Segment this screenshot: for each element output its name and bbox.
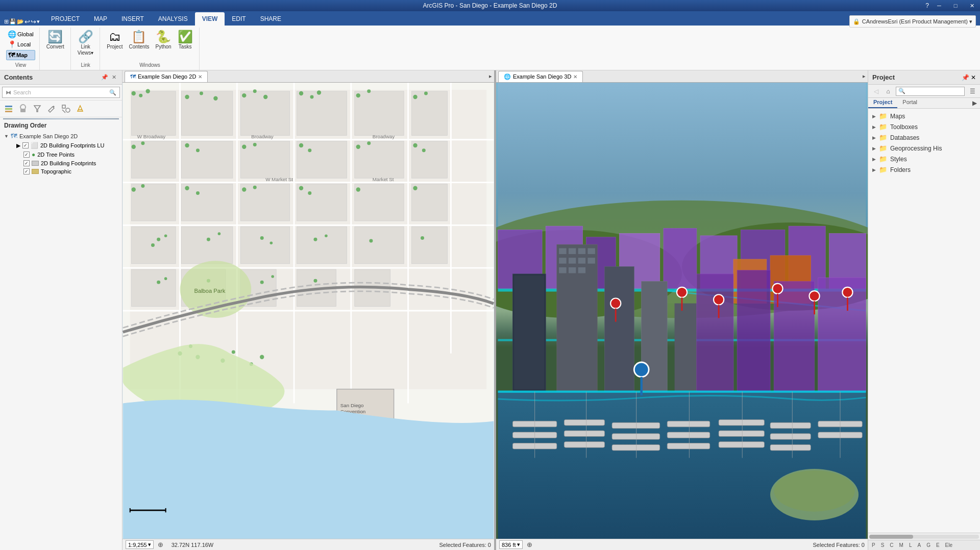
layer-checkbox-2[interactable] xyxy=(23,152,30,158)
map-tab-3d[interactable]: 🌐 Example San Diego 3D ✕ xyxy=(498,71,583,82)
contents-filter-btn[interactable] xyxy=(31,102,44,115)
project-expand-btn[interactable]: ▶ xyxy=(969,98,980,108)
scale-selector-3d[interactable]: 836 ft ▾ xyxy=(499,540,523,549)
bottom-tab-l[interactable]: L xyxy=(906,542,915,548)
tasks-button[interactable]: ✅ Tasks xyxy=(176,30,195,51)
tab-project[interactable]: PROJECT xyxy=(44,12,87,26)
contents-window-button[interactable]: 📋 Contents xyxy=(127,30,151,51)
layer-2d-footprints-lu[interactable]: ▶ ⬜ 2D Building Footprints LU xyxy=(0,141,122,150)
map-view-arrow-2d[interactable]: ▸ xyxy=(489,73,492,80)
scale-selector-2d[interactable]: 1:9,255 ▾ xyxy=(126,540,154,549)
link-views-button[interactable]: 🔗 LinkViews▾ xyxy=(76,30,96,57)
convert-button[interactable]: 🔄 Convert xyxy=(44,30,66,51)
expand-arr-toolboxes: ▶ xyxy=(872,124,876,130)
tab-view[interactable]: VIEW xyxy=(195,12,225,26)
help-button[interactable]: ? xyxy=(925,2,929,9)
svg-rect-2 xyxy=(5,111,12,112)
layer-map-root[interactable]: ▼ 🗺 Example San Diego 2D xyxy=(0,131,122,141)
search-icon[interactable]: 🔍 xyxy=(109,89,116,96)
project-item-databases[interactable]: ▶ 📁 Databases xyxy=(868,132,980,143)
contents-label-btn[interactable] xyxy=(74,102,87,115)
qat-redo[interactable]: ↪ xyxy=(31,18,36,26)
project-close-button[interactable]: ✕ xyxy=(971,74,976,81)
map-view-arrow-3d[interactable]: ▸ xyxy=(863,73,866,80)
global-button[interactable]: 🌐 Global xyxy=(6,30,35,39)
svg-point-59 xyxy=(213,96,217,101)
project-pin-button[interactable]: 📌 xyxy=(962,74,969,81)
qat-undo[interactable]: ↩ xyxy=(24,18,30,26)
project-address-bar[interactable]: 🔍 xyxy=(896,87,965,96)
map-canvas-3d[interactable] xyxy=(496,83,868,539)
project-window-button[interactable]: 🗂 Project xyxy=(105,30,125,51)
close-button[interactable]: ✕ xyxy=(964,0,980,11)
svg-rect-196 xyxy=(770,444,811,451)
tab-insert[interactable]: INSERT xyxy=(114,12,151,26)
scroll-thumb[interactable] xyxy=(869,535,913,539)
project-item-geoprocessing[interactable]: ▶ 📁 Geoprocessing His xyxy=(868,143,980,154)
layer-2d-building-footprints[interactable]: 2D Building Footprints xyxy=(0,159,122,167)
project-toolboxes-label: Toolboxes xyxy=(890,123,918,131)
contents-search-box[interactable]: ⧓ Search 🔍 xyxy=(2,87,120,98)
map-tab-2d-close[interactable]: ✕ xyxy=(198,74,202,80)
project-tab-portal[interactable]: Portal xyxy=(897,98,922,108)
qat-more[interactable]: ▾ xyxy=(37,18,40,25)
bottom-tab-g[interactable]: G xyxy=(924,542,933,548)
svg-point-58 xyxy=(200,91,203,95)
contents-close-button[interactable]: ✕ xyxy=(110,73,118,82)
bottom-tab-p[interactable]: P xyxy=(869,542,878,548)
qat-save[interactable]: 💾 xyxy=(9,18,16,25)
project-back-button[interactable]: ◁ xyxy=(870,86,881,96)
contents-symbol-btn[interactable] xyxy=(59,102,72,115)
bottom-tab-s[interactable]: S xyxy=(878,542,887,548)
contents-data-btn[interactable] xyxy=(16,102,30,115)
tab-map[interactable]: MAP xyxy=(87,12,114,26)
project-tab-project[interactable]: Project xyxy=(868,98,897,108)
locator-button-3d[interactable]: ⊕ xyxy=(527,541,532,548)
layer-checkbox-4[interactable] xyxy=(23,168,30,174)
local-button[interactable]: 📍 Local xyxy=(6,40,35,49)
minimize-button[interactable]: ─ xyxy=(931,0,947,11)
map-canvas-2d[interactable]: Balboa Park xyxy=(122,83,494,539)
svg-point-62 xyxy=(263,95,267,99)
layer-topographic[interactable]: Topographic xyxy=(0,167,122,176)
tab-share[interactable]: SHARE xyxy=(253,12,288,26)
bottom-tab-c[interactable]: C xyxy=(887,542,896,548)
tab-analysis[interactable]: ANALYSIS xyxy=(151,12,195,26)
layer-name-2: 2D Tree Points xyxy=(37,152,75,158)
user-area[interactable]: 🔒 CAndrewsEsri (Esri Product Management)… xyxy=(849,15,976,28)
contents-pin-button[interactable]: 📌 xyxy=(101,73,109,82)
contents-toolbar xyxy=(0,101,122,117)
layer-2d-tree-points[interactable]: ● 2D Tree Points xyxy=(0,150,122,159)
map-button[interactable]: 🗺 Map xyxy=(6,50,35,60)
map-tab-2d[interactable]: 🗺 Example San Diego 2D ✕ xyxy=(125,71,208,82)
project-menu-button[interactable]: ☰ xyxy=(967,86,978,96)
project-home-button[interactable]: ⌂ xyxy=(883,86,894,96)
maximize-button[interactable]: □ xyxy=(947,0,964,11)
locator-button-2d[interactable]: ⊕ xyxy=(158,541,163,548)
layer-checkbox-1[interactable] xyxy=(22,142,29,148)
contents-layers-btn[interactable] xyxy=(2,102,15,115)
project-scroll-horizontal[interactable] xyxy=(868,533,980,540)
project-item-styles[interactable]: ▶ 📁 Styles xyxy=(868,154,980,164)
project-item-toolboxes[interactable]: ▶ 📁 Toolboxes xyxy=(868,121,980,132)
python-button[interactable]: 🐍 Python xyxy=(153,30,173,51)
bottom-tab-a[interactable]: A xyxy=(915,542,923,548)
bottom-tab-e[interactable]: E xyxy=(934,542,942,548)
project-item-maps[interactable]: ▶ 📁 Maps xyxy=(868,111,980,121)
scale-dropdown-arrow-3d[interactable]: ▾ xyxy=(517,541,520,548)
project-panel-title: Project xyxy=(872,73,895,81)
project-item-folders[interactable]: ▶ 📁 Folders xyxy=(868,164,980,175)
bottom-tab-ele[interactable]: Ele xyxy=(943,542,955,548)
svg-point-103 xyxy=(157,281,160,284)
scale-dropdown-arrow[interactable]: ▾ xyxy=(148,541,151,548)
contents-edit-btn[interactable] xyxy=(45,102,58,115)
qat-open[interactable]: 📂 xyxy=(17,18,24,25)
svg-point-106 xyxy=(260,281,264,284)
map-tab-3d-close[interactable]: ✕ xyxy=(573,74,577,80)
bottom-tab-m[interactable]: M xyxy=(897,542,906,548)
svg-point-97 xyxy=(260,236,264,240)
layer-checkbox-3[interactable] xyxy=(23,160,30,166)
svg-point-87 xyxy=(253,186,257,189)
tab-edit[interactable]: EDIT xyxy=(225,12,253,26)
svg-rect-147 xyxy=(664,229,697,289)
